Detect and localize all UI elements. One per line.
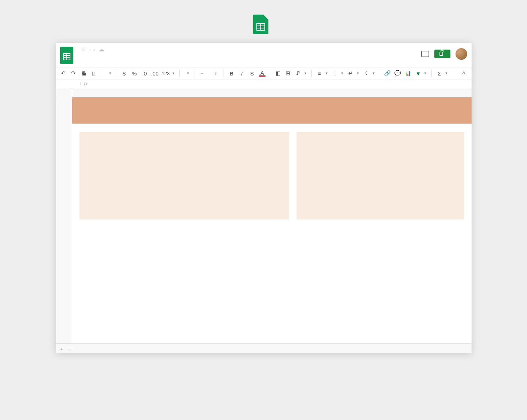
formula-bar: fx [56,79,472,88]
increase-decimal-icon[interactable]: .00 [151,70,158,77]
avatar[interactable] [456,48,467,60]
undo-icon[interactable]: ↶ [60,70,67,77]
fx-label: fx [81,79,92,88]
column-headers [56,88,472,97]
pie-chart[interactable] [297,132,464,219]
promo-subtitle [253,15,274,34]
merge-icon[interactable]: ⇵ [295,70,302,77]
collapse-toolbar-icon[interactable]: ^ [461,70,467,77]
currency-icon[interactable]: $ [121,70,127,77]
align-h-icon[interactable]: ≡ [316,70,323,77]
italic-icon[interactable]: I [239,70,245,77]
select-all-corner[interactable] [56,88,72,97]
star-icon[interactable]: ☆ [81,46,86,53]
lock-icon [439,52,443,56]
redo-icon[interactable]: ↷ [70,70,77,77]
borders-icon[interactable]: ⊞ [285,70,291,77]
cloud-icon[interactable]: ☁ [98,46,104,53]
sheet-tabs: + ≡ [56,343,472,353]
link-icon[interactable]: 🔗 [384,70,391,77]
functions-icon[interactable]: Σ [436,70,443,77]
bold-icon[interactable]: B [228,70,235,77]
share-button[interactable] [434,50,450,58]
toolbar: ↶ ↷ 🖶 ⟀ ▼ $ % .0 .00 123▼ ▼ − + B I S A … [56,67,472,79]
paint-format-icon[interactable]: ⟀ [91,70,97,77]
sheets-doc-icon[interactable] [60,47,73,64]
bar-chart[interactable] [80,132,289,219]
grid-canvas[interactable] [72,97,472,343]
chart-icon[interactable]: 📊 [405,70,411,77]
app-window: ☆ ▭ ☁ ↶ ↷ 🖶 ⟀ ▼ $ % .0 .00 123▼ ▼ − + B [56,43,472,353]
format-number[interactable]: 123 [162,71,170,76]
all-sheets-icon[interactable]: ≡ [67,345,73,352]
font-size-decrease[interactable]: − [199,70,205,77]
sheets-icon [253,15,268,34]
add-sheet-icon[interactable]: + [59,345,65,352]
comment-icon[interactable]: 💬 [395,70,401,77]
row-headers [56,97,72,343]
wrap-icon[interactable]: ↵ [348,70,354,77]
spreadsheet-grid[interactable] [56,88,472,343]
text-color-icon[interactable]: A [259,70,266,77]
filter-icon[interactable]: ▼ [415,70,422,77]
align-v-icon[interactable]: ↕ [332,70,338,77]
name-box[interactable] [56,82,81,85]
comments-icon[interactable] [421,51,429,57]
print-icon[interactable]: 🖶 [81,70,87,77]
strike-icon[interactable]: S [249,70,255,77]
sheet-title-banner [72,97,472,124]
fill-color-icon[interactable]: ◧ [275,70,281,77]
percent-icon[interactable]: % [131,70,137,77]
rotate-icon[interactable]: ⤹ [363,70,370,77]
decrease-decimal-icon[interactable]: .0 [141,70,148,77]
font-size-increase[interactable]: + [213,70,219,77]
move-icon[interactable]: ▭ [89,46,95,53]
titlebar: ☆ ▭ ☁ [56,43,472,67]
